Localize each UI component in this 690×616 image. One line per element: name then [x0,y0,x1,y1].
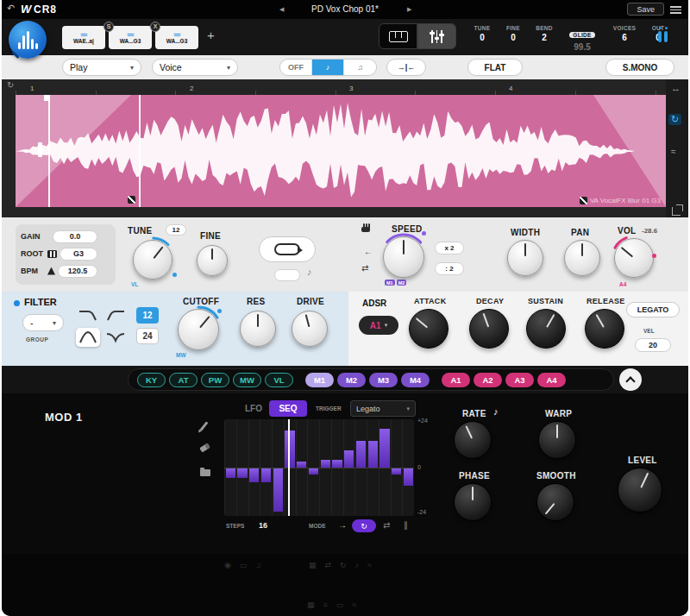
seq-step-4[interactable] [261,468,271,482]
mode-pingpong-icon[interactable]: ⇄ [383,520,390,530]
fine-knob[interactable] [197,245,228,276]
attack-knob[interactable] [409,309,448,349]
res-knob[interactable] [240,311,276,347]
waveform-display[interactable]: VA VocalFX Blur 01 G3 [16,95,666,207]
tab-seq[interactable]: SEQ [269,400,307,417]
mode-hold-icon[interactable]: ∥ [404,520,408,530]
reverse-icon[interactable]: ← [364,247,373,256]
mod-source-a3[interactable]: A3 [505,373,534,387]
sync-off-button[interactable]: OFF [280,60,312,75]
param-voices[interactable]: VOICES6 [605,25,643,42]
next-preset-icon[interactable]: ▶ [407,6,411,13]
tab-badge[interactable]: S [104,22,114,32]
seq-step-5[interactable] [273,468,283,512]
marker-flag[interactable] [44,95,50,101]
width-knob[interactable] [507,240,543,276]
level-knob[interactable] [618,468,662,512]
controls-view-button[interactable] [417,23,456,49]
slope-12-button[interactable]: 12 [136,307,159,324]
phase-knob[interactable] [454,483,492,521]
slope-24-button[interactable]: 24 [136,328,159,344]
legato-button[interactable]: LEGATO [626,302,680,317]
fade-handle-icon[interactable] [580,197,587,204]
seq-step-7[interactable] [297,462,306,468]
crossfade-value[interactable] [274,269,300,281]
steps-value[interactable]: 16 [259,521,267,530]
tab-lfo[interactable]: LFO [245,404,262,413]
rate-sync-note-icon[interactable]: ♪ [493,406,499,417]
root-note-icon[interactable] [47,250,57,258]
decay-knob[interactable] [469,309,509,349]
flat-button[interactable]: FLAT [467,59,523,76]
mod-source-at[interactable]: AT [169,373,198,387]
mod-source-pw[interactable]: PW [201,373,229,387]
vel-value[interactable]: 20 [635,338,671,352]
release-knob[interactable] [585,309,624,349]
mod-source-m2[interactable]: M2 [337,373,366,387]
gain-value[interactable]: 0.0 [53,230,97,243]
seq-step-16[interactable] [404,468,413,486]
crop-icon[interactable] [672,207,681,216]
fade-handle-icon[interactable] [128,196,135,204]
seq-step-3[interactable] [249,468,259,482]
swap-icon[interactable]: ⇄ [325,561,332,569]
mod-source-m3[interactable]: M3 [369,373,398,387]
sync-triplet-button[interactable]: ♫ [344,60,376,75]
cutoff-knob[interactable] [178,309,219,350]
seq-step-9[interactable] [321,460,330,468]
trim-button[interactable]: →|← [386,59,426,76]
filter-indicator-dot[interactable] [14,300,20,306]
filter-lowpass-icon[interactable] [76,305,100,324]
box-icon[interactable]: ▭ [336,600,344,609]
bpm-value[interactable]: 120.5 [58,265,97,278]
sustain-knob[interactable] [526,309,566,349]
metronome-icon[interactable] [47,267,55,275]
h-scroll-icon[interactable]: ↔ [671,83,681,93]
undo-icon[interactable]: ↶ [7,3,15,14]
seq-step-15[interactable] [392,468,401,475]
seq-step-11[interactable] [344,450,354,468]
mod-source-m4[interactable]: M4 [401,373,430,387]
param-glide[interactable]: GLIDE99.5 [561,25,604,52]
lines-icon[interactable]: ≡ [323,600,328,609]
sample-start-handle[interactable] [38,142,42,157]
draw-wave-icon[interactable]: ≈ [671,147,676,156]
grid-icon[interactable]: ▦ [309,561,317,569]
filter-highpass-icon[interactable] [104,305,128,324]
mod-source-mw[interactable]: MW [233,373,261,387]
sample-tab[interactable]: ≈≈WA...G3X [155,26,198,49]
root-value[interactable]: G3 [60,248,97,261]
grid-icon[interactable]: ▦ [307,600,315,609]
speed-double-button[interactable]: x 2 [435,242,464,255]
vol-knob[interactable] [614,238,654,278]
mod-source-vl[interactable]: VL [265,373,293,387]
mod-source-a1[interactable]: A1 [442,373,470,387]
seq-grid[interactable] [224,419,414,516]
seq-step-6[interactable] [285,431,294,468]
erase-tool-icon[interactable] [200,445,210,450]
param-tune[interactable]: TUNE0 [467,25,497,42]
collapse-button[interactable] [619,368,642,391]
loop-icon[interactable]: ↻ [340,561,347,569]
mode-loop-icon[interactable]: ↻ [352,519,376,532]
seq-step-14[interactable] [380,429,389,468]
param-fine[interactable]: FINE0 [499,25,528,42]
loop-sync-note-icon[interactable]: ♪ [307,267,312,277]
mod-source-a4[interactable]: A4 [537,373,566,387]
tune-value[interactable]: 12 [166,224,186,236]
speed-knob[interactable] [383,236,424,278]
mod-source-m1[interactable]: M1 [305,373,334,387]
seq-step-8[interactable] [309,468,318,475]
sample-tab[interactable]: ≈≈WAE..a| [62,26,105,49]
filter-group-select[interactable]: - ▾ [22,314,64,331]
save-button[interactable]: Save [627,3,664,16]
box-icon[interactable]: ▭ [240,561,248,569]
filter-bandpass-icon[interactable] [76,328,100,347]
preset-browse-icon[interactable] [200,469,210,476]
draw-tool-icon[interactable] [203,421,205,431]
add-sample-button[interactable]: + [207,28,215,42]
trigger-select[interactable]: Legato ▾ [350,400,416,417]
tab-badge[interactable]: X [150,22,160,32]
loop-end-marker[interactable] [139,95,141,207]
sync-note-button[interactable]: ♪ [312,60,344,75]
